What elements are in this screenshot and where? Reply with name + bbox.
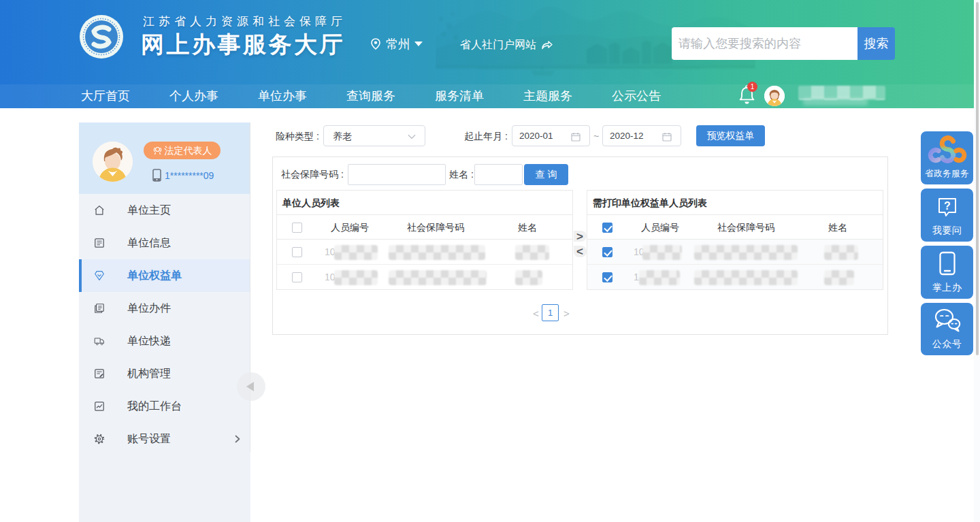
svg-text:?: ? xyxy=(944,200,951,212)
